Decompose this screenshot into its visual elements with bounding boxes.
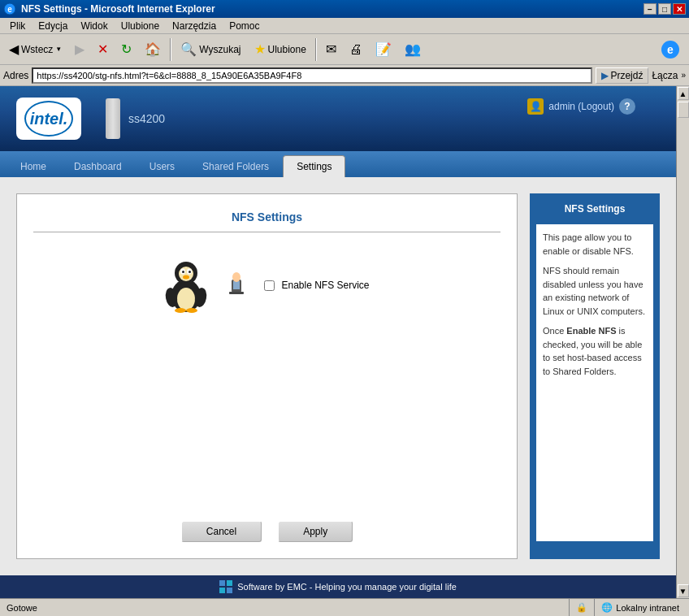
- hand-icon: [225, 271, 248, 300]
- header-user: 👤 admin (Logout) ?: [527, 98, 635, 115]
- window-title: NFS Settings - Microsoft Internet Explor…: [21, 3, 215, 15]
- footer-logo: [219, 580, 232, 593]
- panel-buttons: Cancel Apply: [181, 505, 353, 542]
- print-icon: 🖨: [349, 42, 362, 57]
- svg-rect-21: [219, 580, 225, 586]
- back-button[interactable]: ◀ Wstecz ▼: [3, 39, 67, 59]
- svg-rect-19: [229, 292, 244, 294]
- svg-point-11: [188, 271, 191, 273]
- menu-favorites[interactable]: Ulubione: [115, 19, 166, 33]
- separator-1: [170, 38, 171, 61]
- footer-text: Software by EMC - Helping you manage you…: [237, 582, 457, 592]
- svg-point-10: [182, 271, 184, 273]
- panel-divider: [33, 232, 500, 232]
- search-label: Wyszukaj: [199, 44, 240, 55]
- ie-logo-button: e: [655, 37, 686, 62]
- toolbar: ◀ Wstecz ▼ ▶ ✕ ↻ 🏠 🔍 Wyszukaj ★ Ulubione…: [0, 34, 689, 65]
- go-button[interactable]: ▶ Przejdź: [596, 67, 648, 84]
- home-button[interactable]: 🏠: [139, 39, 167, 59]
- search-icon: 🔍: [180, 41, 197, 57]
- svg-point-13: [175, 308, 186, 313]
- svg-point-20: [232, 272, 240, 282]
- menu-edit[interactable]: Edycja: [32, 19, 74, 33]
- titlebar-title: e NFS Settings - Microsoft Internet Expl…: [3, 2, 215, 15]
- device-area: ss4200: [106, 98, 165, 139]
- tab-settings[interactable]: Settings: [283, 155, 345, 177]
- help-panel-body: This page allow you to enable or disable…: [536, 224, 653, 541]
- tab-home[interactable]: Home: [6, 155, 60, 177]
- menu-tools[interactable]: Narzędzia: [166, 19, 223, 33]
- menu-file[interactable]: Plik: [3, 19, 32, 33]
- close-button[interactable]: ✕: [673, 3, 686, 15]
- mail-button[interactable]: ✉: [320, 39, 342, 59]
- svg-point-12: [183, 275, 189, 280]
- minimize-button[interactable]: −: [644, 3, 656, 15]
- zone-text: Lokalny intranet: [616, 603, 679, 613]
- menubar: Plik Edycja Widok Ulubione Narzędzia Pom…: [0, 18, 689, 34]
- svg-rect-24: [227, 588, 232, 593]
- apply-button[interactable]: Apply: [278, 521, 353, 542]
- go-label: Przejdź: [610, 70, 643, 81]
- user-icon: 👤: [527, 98, 544, 115]
- forward-button[interactable]: ▶: [69, 39, 90, 59]
- help-text-3-bold: Enable NFS: [566, 326, 616, 336]
- intel-logo: intel.: [16, 98, 81, 140]
- back-dropdown-icon[interactable]: ▼: [55, 46, 62, 53]
- address-input[interactable]: [32, 67, 592, 84]
- statusbar-panels: 🔒 🌐 Lokalny intranet: [569, 599, 686, 616]
- scroll-up-button[interactable]: ▲: [678, 87, 689, 100]
- mail-icon: ✉: [326, 41, 336, 57]
- stop-button[interactable]: ✕: [92, 39, 114, 59]
- edit-icon: 📝: [375, 41, 392, 57]
- favorites-button[interactable]: ★ Ulubione: [249, 39, 312, 59]
- search-button[interactable]: 🔍 Wyszukaj: [175, 39, 246, 59]
- intel-header: intel. ss4200 👤 admin (Logout) ?: [0, 86, 676, 151]
- tab-shared-folders[interactable]: Shared Folders: [188, 155, 283, 177]
- home-icon: 🏠: [145, 41, 161, 57]
- tab-dashboard[interactable]: Dashboard: [60, 155, 136, 177]
- user-text[interactable]: admin (Logout): [548, 101, 614, 112]
- print-button[interactable]: 🖨: [344, 40, 368, 59]
- help-text-3: Once Enable NFS is checked, you will be …: [543, 324, 647, 378]
- maximize-button[interactable]: □: [658, 3, 671, 15]
- titlebar: e NFS Settings - Microsoft Internet Expl…: [0, 0, 689, 18]
- panel-title: NFS Settings: [232, 210, 302, 223]
- titlebar-buttons[interactable]: − □ ✕: [644, 3, 686, 15]
- main-panel: NFS Settings: [16, 193, 518, 559]
- menu-help[interactable]: Pomoc: [223, 19, 266, 33]
- content-area: NFS Settings: [0, 177, 676, 575]
- cancel-button[interactable]: Cancel: [181, 521, 262, 542]
- menu-view[interactable]: Widok: [74, 19, 114, 33]
- emc-logo-icon: [219, 580, 232, 593]
- device-name: ss4200: [128, 112, 165, 125]
- refresh-button[interactable]: ↻: [115, 39, 137, 59]
- vertical-scrollbar[interactable]: ▲ ▼: [676, 86, 689, 598]
- svg-rect-18: [233, 281, 240, 289]
- svg-rect-22: [227, 580, 232, 586]
- browser-content: intel. ss4200 👤 admin (Logout) ? Home Da…: [0, 86, 689, 598]
- links-chevron-icon: »: [681, 71, 686, 80]
- enable-nfs-option: Enable NFS Service: [264, 280, 369, 291]
- statusbar-security: 🔒: [569, 599, 594, 616]
- favorites-label: Ulubione: [268, 44, 306, 55]
- links-label: Łącza: [652, 70, 678, 81]
- refresh-icon: ↻: [121, 41, 132, 57]
- enable-nfs-checkbox[interactable]: [264, 280, 275, 291]
- statusbar-zone: 🌐 Lokalny intranet: [594, 599, 686, 616]
- help-panel: NFS Settings This page allow you to enab…: [530, 193, 660, 559]
- svg-rect-23: [219, 588, 225, 593]
- people-button[interactable]: 👥: [399, 39, 427, 59]
- ie-window: e NFS Settings - Microsoft Internet Expl…: [0, 0, 689, 616]
- nav-tabs: Home Dashboard Users Shared Folders Sett…: [0, 151, 676, 177]
- tab-users[interactable]: Users: [136, 155, 188, 177]
- lock-icon: 🔒: [576, 602, 587, 613]
- scroll-down-button[interactable]: ▼: [678, 584, 689, 597]
- svg-text:e: e: [667, 43, 674, 56]
- edit-button[interactable]: 📝: [370, 39, 397, 59]
- help-text-3-prefix: Once: [543, 326, 566, 336]
- scroll-thumb[interactable]: [678, 102, 689, 118]
- nfs-icon-area: Enable NFS Service: [164, 257, 369, 314]
- device-shape-icon: [106, 98, 120, 139]
- help-button[interactable]: ?: [619, 98, 635, 115]
- svg-point-5: [177, 288, 195, 310]
